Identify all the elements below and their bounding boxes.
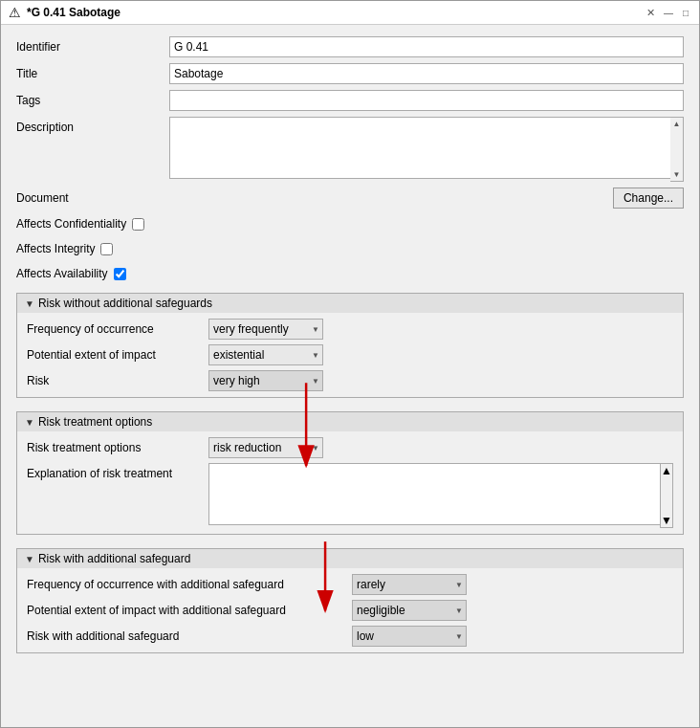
document-label: Document	[16, 191, 169, 205]
tags-row: Tags	[16, 90, 684, 111]
scroll-up-arrow[interactable]: ▲	[671, 118, 683, 130]
integrity-row: Affects Integrity	[16, 239, 684, 258]
explanation-textarea[interactable]	[208, 463, 660, 525]
scroll-down-arrow[interactable]: ▼	[671, 168, 683, 181]
risk-row: Risk low medium high very high	[27, 370, 673, 391]
description-label: Description	[16, 117, 169, 134]
identifier-input[interactable]	[169, 36, 684, 57]
risk-with-body: Frequency of occurrence with additional …	[17, 568, 683, 652]
tags-label: Tags	[16, 94, 169, 107]
change-button[interactable]: Change...	[613, 188, 684, 209]
safeguard-impact-row: Potential extent of impact with addition…	[27, 600, 673, 621]
close-icon[interactable]: ✕	[646, 7, 655, 19]
safeguard-frequency-select[interactable]: rarely sometimes frequently very frequen…	[352, 574, 467, 595]
safeguard-risk-row: Risk with additional safeguard low mediu…	[27, 626, 673, 647]
safeguard-risk-label: Risk with additional safeguard	[27, 629, 352, 643]
section-collapse-arrow[interactable]: ▼	[25, 298, 34, 309]
safeguard-frequency-row: Frequency of occurrence with additional …	[27, 574, 673, 595]
impact-select-wrapper: negligible limited considerable existent…	[208, 344, 323, 365]
frequency-select[interactable]: rarely sometimes frequently very frequen…	[208, 319, 323, 340]
identifier-row: Identifier	[16, 36, 684, 57]
identifier-label: Identifier	[16, 40, 169, 54]
risk-treatment-title: Risk treatment options	[38, 415, 152, 429]
tags-input[interactable]	[169, 90, 684, 111]
safeguard-impact-select[interactable]: negligible limited considerable existent…	[352, 600, 467, 621]
integrity-label: Affects Integrity	[16, 242, 95, 255]
treatment-select-wrapper: risk avoidance risk reduction risk trans…	[208, 437, 323, 458]
integrity-checkbox[interactable]	[100, 243, 113, 255]
risk-treatment-section: ▼ Risk treatment options Risk treatment …	[16, 411, 684, 535]
explanation-scroll-down[interactable]: ▼	[661, 514, 672, 527]
form-content: Identifier Title Tags Description ▲ ▼	[1, 25, 699, 727]
frequency-select-wrapper: rarely sometimes frequently very frequen…	[208, 319, 323, 340]
description-scrollbar[interactable]: ▲ ▼	[670, 117, 684, 182]
risk-treatment-header: ▼ Risk treatment options	[17, 412, 683, 431]
explanation-row: Explanation of risk treatment ▲ ▼	[27, 463, 673, 528]
risk-select-wrapper: low medium high very high	[208, 370, 323, 391]
frequency-label: Frequency of occurrence	[27, 322, 208, 336]
explanation-label: Explanation of risk treatment	[27, 463, 208, 480]
risk-with-title: Risk with additional safeguard	[38, 552, 190, 565]
minimize-button[interactable]: —	[661, 8, 676, 18]
title-input[interactable]	[169, 63, 684, 84]
treatment-select[interactable]: risk avoidance risk reduction risk trans…	[208, 437, 323, 458]
risk-with-section: ▼ Risk with additional safeguard Frequen…	[16, 548, 684, 653]
frequency-row: Frequency of occurrence rarely sometimes…	[27, 319, 673, 340]
safeguard-risk-select-wrapper: low medium high very high	[352, 626, 467, 647]
confidentiality-label: Affects Confidentiality	[16, 217, 126, 231]
safeguard-impact-label: Potential extent of impact with addition…	[27, 604, 352, 617]
window-icon: ⚠	[9, 5, 21, 20]
impact-label: Potential extent of impact	[27, 348, 208, 362]
safeguard-frequency-select-wrapper: rarely sometimes frequently very frequen…	[352, 574, 467, 595]
title-bar: ⚠ *G 0.41 Sabotage ✕ — □	[1, 1, 699, 25]
impact-select[interactable]: negligible limited considerable existent…	[208, 344, 323, 365]
explanation-scrollbar[interactable]: ▲ ▼	[660, 463, 673, 528]
availability-checkbox[interactable]	[114, 268, 126, 280]
document-row: Document Change...	[16, 188, 684, 209]
safeguard-impact-select-wrapper: negligible limited considerable existent…	[352, 600, 467, 621]
risk-without-title: Risk without additional safeguards	[38, 297, 212, 310]
availability-label: Affects Availability	[16, 267, 108, 280]
description-textarea[interactable]	[169, 117, 670, 179]
safeguard-risk-select[interactable]: low medium high very high	[352, 626, 467, 647]
treatment-collapse-arrow[interactable]: ▼	[25, 417, 34, 428]
risk-without-header: ▼ Risk without additional safeguards	[17, 294, 683, 313]
risk-label: Risk	[27, 374, 208, 387]
safeguard-frequency-label: Frequency of occurrence with additional …	[27, 578, 352, 591]
explanation-container: ▲ ▼	[208, 463, 673, 528]
confidentiality-row: Affects Confidentiality	[16, 214, 684, 233]
risk-treatment-body: Risk treatment options risk avoidance ri…	[17, 431, 683, 534]
treatment-label: Risk treatment options	[27, 441, 208, 454]
main-window: ⚠ *G 0.41 Sabotage ✕ — □ Identifier	[0, 0, 700, 728]
description-row: Description ▲ ▼	[16, 117, 684, 182]
risk-with-header: ▼ Risk with additional safeguard	[17, 549, 683, 568]
impact-row: Potential extent of impact negligible li…	[27, 344, 673, 365]
explanation-scroll-up[interactable]: ▲	[661, 464, 672, 477]
safeguard-collapse-arrow[interactable]: ▼	[25, 554, 34, 564]
description-wrapper: ▲ ▼	[169, 117, 684, 182]
risk-without-body: Frequency of occurrence rarely sometimes…	[17, 313, 683, 397]
title-row: Title	[16, 63, 684, 84]
risk-select[interactable]: low medium high very high	[208, 370, 323, 391]
title-bar-label: *G 0.41 Sabotage	[27, 6, 641, 19]
title-label: Title	[16, 67, 169, 80]
risk-without-section: ▼ Risk without additional safeguards Fre…	[16, 293, 684, 398]
treatment-options-row: Risk treatment options risk avoidance ri…	[27, 437, 673, 458]
maximize-button[interactable]: □	[680, 8, 691, 18]
window-controls: — □	[661, 8, 691, 18]
availability-row: Affects Availability	[16, 264, 684, 283]
confidentiality-checkbox[interactable]	[132, 218, 144, 231]
